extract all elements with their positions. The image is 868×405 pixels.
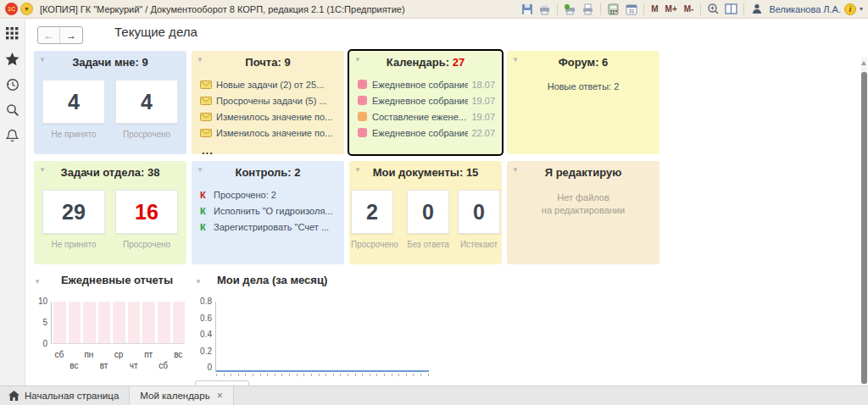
control-item[interactable]: К Просрочено: 2 <box>200 186 337 202</box>
font-scale-mminus-button[interactable]: M- <box>682 4 696 14</box>
counter-expiring[interactable]: 0 Истекают <box>458 190 500 249</box>
event-icon <box>358 80 367 89</box>
widget-title[interactable]: Я редактирую <box>507 166 659 183</box>
current-user-name[interactable]: Великанова Л.А. <box>769 4 841 14</box>
titlebar-dropdown-icon[interactable]: ▾ <box>860 5 863 13</box>
counter-label: Просрочено <box>115 240 178 249</box>
font-scale-m-button[interactable]: M <box>649 4 659 14</box>
envelope-icon <box>200 129 212 137</box>
counter-label: Не принято <box>42 240 105 249</box>
widget-daily-reports-chart[interactable]: ▼ Ежедневные отчеты 1050 сбвспнвтсрчтптс… <box>34 274 200 374</box>
quick-print-icon[interactable] <box>563 3 577 16</box>
calendar-event[interactable]: Составление ежене... 19.07 <box>358 108 495 125</box>
font-scale-mplus-button[interactable]: M+ <box>664 4 679 14</box>
vertical-scrollbar[interactable] <box>861 58 867 397</box>
mail-item[interactable]: Изменилось значение по... <box>200 108 337 125</box>
1c-logo-icon: 1С <box>5 3 18 15</box>
calendar-event[interactable]: Ежедневное собрание 18.07 <box>358 76 495 92</box>
page-title: Текущие дела <box>114 25 198 39</box>
counter-label: Без ответа <box>407 240 449 249</box>
tool-sidebar <box>0 19 25 386</box>
widget-control[interactable]: ▼ Контроль: 2 К Просрочено: 2 К Исполнит… <box>192 161 344 264</box>
widget-my-documents[interactable]: ▼ Мои документы: 15 2 Просрочено 0 Без о… <box>349 161 502 264</box>
history-icon[interactable] <box>5 77 19 92</box>
calendar-event[interactable]: Ежедневное собрание 19.07 <box>358 92 495 108</box>
envelope-icon <box>200 113 212 121</box>
search-icon[interactable] <box>5 103 19 117</box>
widget-my-affairs-chart[interactable]: ▼ Мои дела (за месяц) 0.80.60.40.20 <box>195 274 449 372</box>
zoom-icon[interactable] <box>706 3 721 16</box>
widget-title[interactable]: Форум: 6 <box>507 56 659 73</box>
back-button[interactable]: ← <box>38 27 60 43</box>
notifications-bell-icon[interactable] <box>5 128 19 142</box>
widget-title[interactable]: Почта: 9 <box>192 56 344 73</box>
widget-mail[interactable]: ▼ Почта: 9 Новые задачи (2) от 25... Про… <box>192 51 344 154</box>
event-icon <box>358 96 367 105</box>
widget-title[interactable]: Контроль: 2 <box>192 166 344 183</box>
event-date: 19.07 <box>471 112 495 122</box>
menu-grid-icon[interactable] <box>5 26 19 41</box>
calculator-icon[interactable] <box>606 3 620 16</box>
collapse-arrow-icon[interactable]: ▼ <box>34 279 41 286</box>
mail-item[interactable]: Новые задачи (2) от 25... <box>200 76 337 92</box>
counter-no-answer[interactable]: 0 Без ответа <box>407 190 449 249</box>
save-icon[interactable] <box>520 3 534 16</box>
collapse-arrow-icon[interactable]: ▼ <box>39 167 46 174</box>
event-date: 18.07 <box>471 80 495 90</box>
calendar-event[interactable]: Ежедневное собрание 22.07 <box>358 125 495 141</box>
forward-button[interactable]: → <box>60 27 82 43</box>
widget-title[interactable]: Задачи мне: 9 <box>34 56 186 73</box>
collapse-arrow-icon[interactable]: ▼ <box>354 57 361 64</box>
event-date: 19.07 <box>471 96 495 106</box>
collapse-arrow-icon[interactable]: ▼ <box>354 167 361 174</box>
line-chart-plot <box>215 302 429 372</box>
counter-overdue[interactable]: 16 Просрочено <box>115 190 178 249</box>
counter-not-accepted[interactable]: 4 Не принято <box>42 80 105 139</box>
collapse-arrow-icon[interactable]: ▼ <box>195 279 202 286</box>
counter-label: Истекают <box>458 240 500 249</box>
control-item[interactable]: К Исполнить "О гидроизоля... <box>200 202 337 219</box>
favorites-star-icon[interactable] <box>5 52 19 66</box>
collapse-arrow-icon[interactable]: ▼ <box>197 57 203 64</box>
collapse-arrow-icon[interactable]: ▼ <box>39 57 46 64</box>
counter-not-accepted[interactable]: 29 Не принято <box>42 190 105 249</box>
envelope-icon <box>200 80 212 89</box>
calendar-icon[interactable]: 31 <box>624 3 638 16</box>
control-item[interactable]: К Зарегистрировать "Счет ... <box>200 219 337 235</box>
close-tab-icon[interactable]: × <box>217 390 223 402</box>
main-content: ← → Текущие дела ▼ Задачи мне: 9 4 Не пр… <box>25 19 868 386</box>
line-chart-x-ticks <box>216 374 429 376</box>
calendar-count: 27 <box>453 56 465 69</box>
collapse-arrow-icon[interactable]: ▼ <box>197 167 203 174</box>
split-view-icon[interactable] <box>724 3 738 16</box>
mail-item[interactable]: Просрочены задачи (5) ... <box>200 92 337 108</box>
mail-item[interactable]: Изменилось значение по... <box>200 125 337 141</box>
bar-chart-x-axis: сбвспнвтсрчтптсбвс <box>52 350 186 374</box>
tab-home-page[interactable]: Начальная страница <box>0 386 129 405</box>
scroll-up-icon[interactable] <box>861 61 866 65</box>
counter-overdue[interactable]: 4 Просрочено <box>115 80 178 139</box>
mail-more-link[interactable]: ... <box>192 144 344 157</box>
scrollbar-thumb[interactable] <box>861 72 867 384</box>
counter-overdue[interactable]: 2 Просрочено <box>351 190 398 249</box>
collapse-arrow-icon[interactable]: ▼ <box>512 57 519 64</box>
user-icon[interactable] <box>749 3 764 16</box>
control-k-icon: К <box>200 222 209 232</box>
control-k-icon: К <box>200 206 209 216</box>
widget-title[interactable]: Мои документы: 15 <box>349 166 502 183</box>
info-icon[interactable]: i <box>844 3 856 15</box>
print-icon[interactable] <box>537 3 552 16</box>
collapse-arrow-icon[interactable]: ▼ <box>512 167 519 174</box>
print-preview-icon[interactable] <box>581 3 595 16</box>
widget-title[interactable]: Задачи отдела: 38 <box>34 166 186 183</box>
widget-forum[interactable]: ▼ Форум: 6 Новые ответы: 2 <box>507 51 659 154</box>
open-windows-tab-bar: Начальная страница Мой календарь × <box>0 386 868 405</box>
widget-dept-tasks[interactable]: ▼ Задачи отдела: 38 29 Не принято 16 Про… <box>34 161 186 264</box>
widget-calendar[interactable]: ▼ Календарь: 27 Ежедневное собрание 18.0… <box>349 51 502 154</box>
forum-new-answers[interactable]: Новые ответы: 2 <box>507 81 659 92</box>
widget-title[interactable]: Календарь: 27 <box>349 56 502 73</box>
widget-editing[interactable]: ▼ Я редактирую Нет файлов на редактирова… <box>507 161 659 264</box>
tab-my-calendar[interactable]: Мой календарь × <box>129 386 233 405</box>
main-menu-button[interactable]: ▼ <box>20 3 33 15</box>
widget-tasks-me[interactable]: ▼ Задачи мне: 9 4 Не принято 4 Просрочен… <box>34 51 186 154</box>
